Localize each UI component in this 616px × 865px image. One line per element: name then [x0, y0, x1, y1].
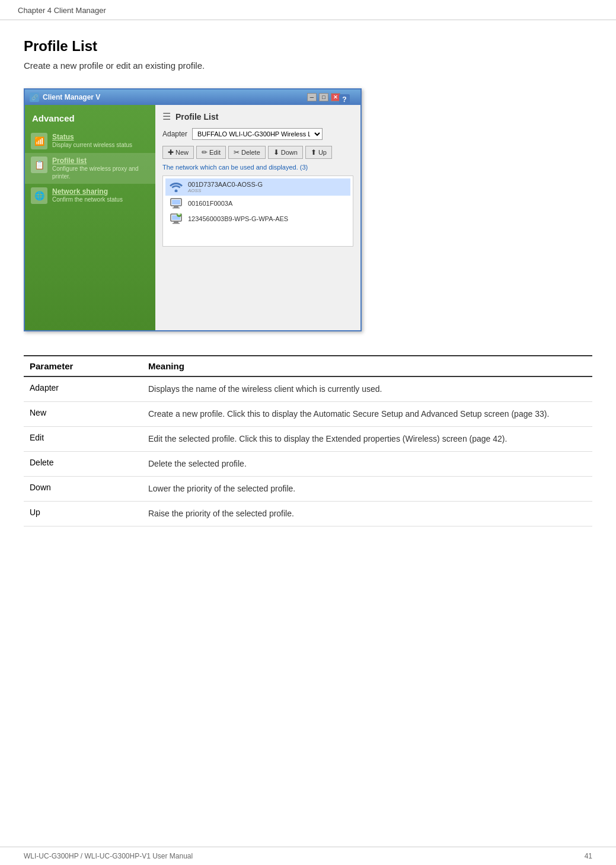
- sidebar-status-title: Status: [52, 133, 132, 141]
- profile-1-name: 001D7373AAC0-AOSS-G: [188, 181, 263, 188]
- meaning-cell: Edit the selected profile. Click this to…: [142, 427, 592, 452]
- app-icon: 🔗: [30, 92, 39, 102]
- delete-button[interactable]: ✂ Delete: [228, 146, 266, 159]
- edit-label: Edit: [209, 149, 221, 156]
- app-titlebar: 🔗 Client Manager V ─ □ ✕ ?: [25, 90, 360, 105]
- table-row: Adapter Displays the name of the wireles…: [24, 376, 592, 402]
- svg-point-10: [178, 214, 180, 215]
- aoss-badge: AOSS: [188, 188, 263, 193]
- down-button[interactable]: ⬇ Down: [268, 146, 303, 159]
- param-cell: Up: [24, 502, 142, 526]
- parameter-table: Parameter Meaning Adapter Displays the n…: [24, 355, 592, 526]
- page-subtitle: Create a new profile or edit an existing…: [24, 60, 592, 71]
- sidebar-item-network-sharing[interactable]: 🌐 Network sharing Confirm the network st…: [25, 184, 155, 208]
- sidebar-profile-desc: Configure the wireless proxy and printer…: [52, 165, 149, 180]
- profile-item-2[interactable]: 001601F0003A: [165, 196, 350, 211]
- param-col-header: Parameter: [24, 356, 142, 376]
- new-label: New: [175, 149, 189, 156]
- titlebar-left: 🔗 Client Manager V: [30, 92, 100, 102]
- page-footer: WLI-UC-G300HP / WLI-UC-G300HP-V1 User Ma…: [0, 847, 616, 865]
- down-label: Down: [281, 149, 298, 156]
- sidebar-status-desc: Display current wireless status: [52, 141, 132, 149]
- page-content: Profile List Create a new profile or edi…: [0, 20, 616, 544]
- edit-icon: ✏: [202, 148, 208, 157]
- footer-right: 41: [585, 852, 592, 860]
- delete-label: Delete: [241, 149, 260, 156]
- up-icon: ⬆: [311, 148, 317, 157]
- new-button[interactable]: ✚ New: [162, 146, 194, 159]
- table-row: Down Lower the priority of the selected …: [24, 477, 592, 502]
- sidebar-item-status[interactable]: 📶 Status Display current wireless status: [25, 129, 155, 153]
- adapter-row: Adapter BUFFALO WLI-UC-G300HP Wireless L…: [162, 128, 353, 140]
- adapter-label: Adapter: [162, 130, 187, 138]
- param-cell: Adapter: [24, 376, 142, 402]
- panel-header: ☰ Profile List: [162, 111, 353, 122]
- meaning-cell: Raise the priority of the selected profi…: [142, 502, 592, 526]
- sidebar-profile-title: Profile list: [52, 157, 149, 165]
- app-title: Client Manager V: [43, 93, 100, 101]
- delete-icon: ✂: [234, 148, 240, 157]
- profile-2-name: 001601F0003A: [188, 200, 232, 207]
- table-row: New Create a new profile. Click this to …: [24, 402, 592, 427]
- sidebar-item-profile-list[interactable]: 📋 Profile list Configure the wireless pr…: [25, 153, 155, 184]
- sidebar-network-title: Network sharing: [52, 187, 123, 196]
- footer-left: WLI-UC-G300HP / WLI-UC-G300HP-V1 User Ma…: [24, 852, 193, 860]
- param-cell: Down: [24, 477, 142, 502]
- edit-button[interactable]: ✏ Edit: [196, 146, 226, 159]
- profile-wifi-icon: [169, 182, 183, 193]
- new-icon: ✚: [168, 148, 174, 157]
- svg-rect-4: [173, 208, 180, 209]
- svg-rect-3: [174, 206, 178, 208]
- meaning-cell: Displays the name of the wireless client…: [142, 376, 592, 402]
- param-cell: Delete: [24, 452, 142, 477]
- minimize-button[interactable]: ─: [307, 93, 317, 101]
- meaning-col-header: Meaning: [142, 356, 592, 376]
- profile-item-3[interactable]: 1234560003B9-WPS-G-WPA-AES: [165, 211, 350, 226]
- up-label: Up: [318, 149, 327, 156]
- sidebar-header: Advanced: [25, 111, 155, 129]
- meaning-cell: Delete the selected profile.: [142, 452, 592, 477]
- down-icon: ⬇: [273, 148, 279, 157]
- svg-rect-8: [173, 223, 180, 224]
- main-panel: ☰ Profile List Adapter BUFFALO WLI-UC-G3…: [155, 105, 360, 330]
- panel-list-icon: ☰: [162, 111, 171, 122]
- chapter-header: Chapter 4 Client Manager: [0, 0, 616, 20]
- meaning-cell: Lower the priority of the selected profi…: [142, 477, 592, 502]
- sidebar-item-network-text: Network sharing Confirm the network stat…: [52, 187, 123, 203]
- status-icon: 📶: [31, 133, 47, 149]
- profile-list-icon: 📋: [31, 157, 47, 173]
- help-button[interactable]: ?: [339, 94, 350, 105]
- table-row: Edit Edit the selected profile. Click th…: [24, 427, 592, 452]
- adapter-select[interactable]: BUFFALO WLI-UC-G300HP Wireless LAN Ad: [192, 128, 323, 140]
- sidebar-item-status-text: Status Display current wireless status: [52, 133, 132, 149]
- profile-item-1[interactable]: 001D7373AAC0-AOSS-G AOSS: [165, 178, 350, 196]
- svg-point-0: [175, 189, 178, 192]
- network-sharing-icon: 🌐: [31, 187, 47, 204]
- sidebar-network-desc: Confirm the network status: [52, 196, 123, 203]
- app-window: 🔗 Client Manager V ─ □ ✕ ? Advanced 📶 St…: [24, 88, 362, 331]
- meaning-cell: Create a new profile. Click this to disp…: [142, 402, 592, 427]
- svg-rect-2: [172, 200, 180, 205]
- page-title: Profile List: [24, 38, 592, 55]
- chapter-title: Chapter 4 Client Manager: [18, 6, 106, 15]
- param-cell: New: [24, 402, 142, 427]
- table-row: Up Raise the priority of the selected pr…: [24, 502, 592, 526]
- panel-title: Profile List: [175, 112, 218, 122]
- profile-wps-icon: [169, 213, 183, 224]
- app-body: Advanced 📶 Status Display current wirele…: [25, 105, 360, 330]
- sidebar: Advanced 📶 Status Display current wirele…: [25, 105, 155, 330]
- titlebar-controls: ─ □ ✕ ?: [307, 92, 356, 103]
- sidebar-item-profile-text: Profile list Configure the wireless prox…: [52, 157, 149, 180]
- up-button[interactable]: ⬆ Up: [305, 146, 332, 159]
- profile-list-panel: 001D7373AAC0-AOSS-G AOSS: [162, 175, 353, 247]
- param-cell: Edit: [24, 427, 142, 452]
- network-info: The network which can be used and displa…: [162, 164, 353, 171]
- maximize-button[interactable]: □: [319, 93, 328, 101]
- toolbar: ✚ New ✏ Edit ✂ Delete ⬇ Down: [162, 146, 353, 159]
- profile-computer-icon: [169, 198, 183, 209]
- table-row: Delete Delete the selected profile.: [24, 452, 592, 477]
- profile-3-name: 1234560003B9-WPS-G-WPA-AES: [188, 215, 288, 222]
- svg-rect-7: [174, 222, 178, 223]
